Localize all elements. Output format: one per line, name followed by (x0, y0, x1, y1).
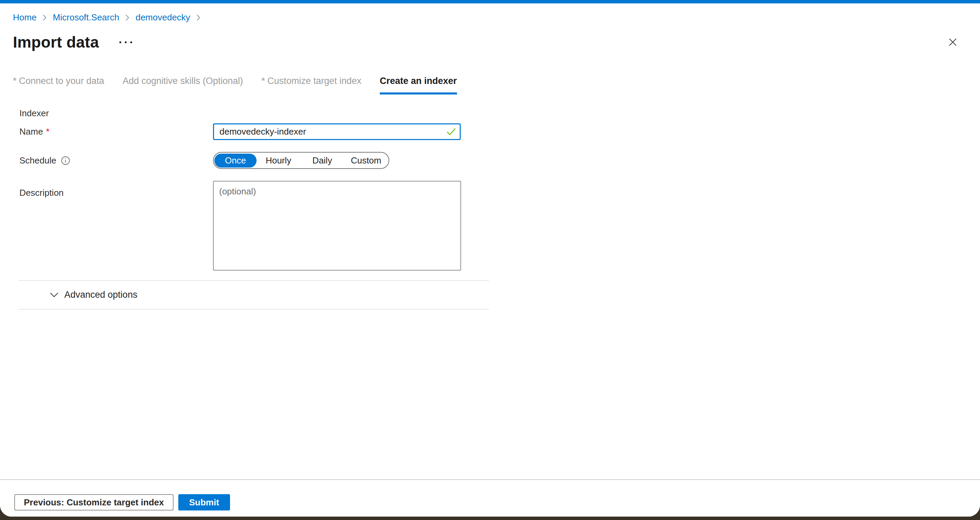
name-row: Name* (19, 124, 980, 140)
indexer-name-input[interactable] (213, 124, 461, 140)
required-marker: * (261, 76, 265, 86)
close-icon[interactable] (945, 35, 960, 50)
page-header: Import data (0, 23, 980, 51)
name-label: Name* (19, 127, 213, 137)
schedule-option-once[interactable]: Once (215, 154, 256, 168)
description-label: Description (19, 181, 213, 198)
breadcrumb-demovedecky-link[interactable]: demovedecky (135, 12, 190, 23)
required-marker: * (13, 76, 17, 86)
description-row: Description (19, 181, 980, 271)
more-options-icon[interactable] (117, 39, 135, 46)
section-title-indexer: Indexer (19, 108, 980, 119)
chevron-right-icon (42, 14, 47, 21)
breadcrumb-microsoft-search-link[interactable]: Microsoft.Search (53, 12, 119, 23)
import-data-page: Home Microsoft.Search demovedecky Import… (0, 3, 980, 517)
description-textarea[interactable] (213, 181, 461, 271)
schedule-row: Schedule Once Hourly Daily Custom (19, 152, 980, 169)
tab-create-an-indexer[interactable]: Create an indexer (380, 76, 457, 95)
schedule-option-custom[interactable]: Custom (344, 154, 388, 168)
top-accent-bar (0, 0, 980, 3)
chevron-right-icon (124, 14, 130, 21)
submit-button[interactable]: Submit (178, 494, 230, 510)
schedule-segmented-control: Once Hourly Daily Custom (213, 152, 389, 169)
schedule-option-hourly[interactable]: Hourly (256, 154, 301, 168)
required-marker: * (46, 127, 49, 137)
tab-customize-target-index[interactable]: *Customize target index (261, 76, 361, 95)
tab-add-cognitive-skills[interactable]: Add cognitive skills (Optional) (123, 76, 243, 95)
chevron-right-icon (196, 14, 201, 21)
info-icon[interactable] (61, 156, 70, 165)
valid-check-icon (447, 127, 456, 137)
advanced-options-label: Advanced options (64, 290, 137, 300)
divider (19, 309, 489, 310)
schedule-label: Schedule (19, 155, 213, 166)
page-title: Import data (13, 33, 99, 51)
previous-step-button[interactable]: Previous: Customize target index (14, 494, 173, 510)
breadcrumb-home-link[interactable]: Home (13, 12, 37, 23)
wizard-footer: Previous: Customize target index Submit (0, 479, 980, 517)
indexer-form: Indexer Name* Schedule (0, 95, 980, 310)
breadcrumb: Home Microsoft.Search demovedecky (0, 3, 980, 23)
wizard-tabs: *Connect to your data Add cognitive skil… (0, 76, 980, 95)
chevron-down-icon (49, 292, 59, 298)
schedule-option-daily[interactable]: Daily (301, 154, 344, 168)
advanced-options-toggle[interactable]: Advanced options (19, 281, 137, 309)
tab-connect-to-your-data[interactable]: *Connect to your data (13, 76, 104, 95)
